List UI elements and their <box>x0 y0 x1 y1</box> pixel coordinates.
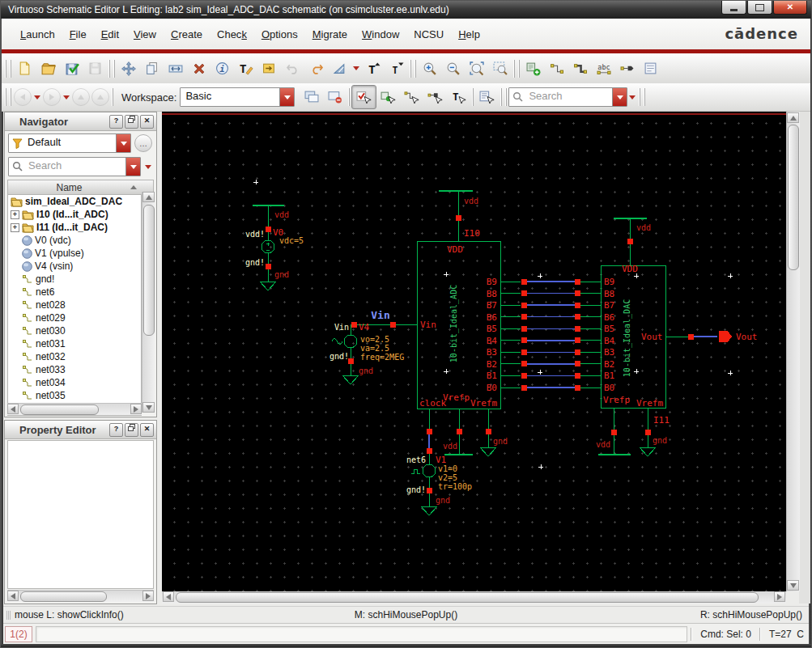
select-instance-icon[interactable] <box>376 86 400 108</box>
zoom-scale-icon[interactable] <box>328 57 351 80</box>
menu-edit[interactable]: Edit <box>94 28 126 40</box>
navigator-scroll-up[interactable] <box>142 192 155 202</box>
maximize-button[interactable] <box>747 1 772 15</box>
navigator-scroll-right[interactable] <box>130 404 142 414</box>
tree-item[interactable]: V0 (vdc) <box>8 234 141 247</box>
property-editor-hscroll-thumb[interactable] <box>20 591 107 602</box>
navigator-help-button[interactable]: ? <box>109 115 123 129</box>
navigator-scroll-down[interactable] <box>142 402 155 413</box>
create-instance-icon[interactable] <box>521 57 545 80</box>
property-editor-hscrollbar[interactable] <box>7 590 154 602</box>
forward-history-icon[interactable] <box>63 95 70 100</box>
property-editor-close-button[interactable]: ✕ <box>140 423 154 437</box>
tree-item[interactable]: net034 <box>8 376 141 389</box>
menu-migrate[interactable]: Migrate <box>305 28 355 40</box>
property-editor-scroll-right[interactable] <box>142 591 154 601</box>
navigator-float-button[interactable] <box>125 115 138 129</box>
tree-item[interactable]: +I11 (Id...it_DAC) <box>8 221 141 234</box>
forward-button[interactable] <box>43 88 61 106</box>
menu-options[interactable]: Options <box>254 28 305 40</box>
canvas-hscroll-thumb[interactable] <box>176 592 759 603</box>
instance-v4-vsin[interactable]: Vin Vin V4 vo=2.5 va=2.5 freq=2MEG gnd! … <box>329 309 417 384</box>
search-dropdown-icon[interactable] <box>612 88 627 106</box>
redo-icon[interactable] <box>304 57 328 80</box>
minimize-button[interactable] <box>721 1 746 15</box>
top-hierarchy-button[interactable] <box>91 88 109 106</box>
canvas-vscroll-thumb[interactable] <box>788 125 799 270</box>
select-mode-icon[interactable] <box>351 85 376 109</box>
edit-text-icon[interactable]: T <box>234 57 257 80</box>
navigator-vscrollbar[interactable] <box>142 192 155 413</box>
tree-item[interactable]: +I10 (Id...it_ADC) <box>8 208 141 221</box>
navigator-hscroll-thumb[interactable] <box>20 404 99 415</box>
back-history-icon[interactable] <box>34 95 40 100</box>
back-button[interactable] <box>14 88 32 106</box>
navigator-titlebar[interactable]: Navigator ? ✕ <box>5 112 156 131</box>
navigator-close-button[interactable]: ✕ <box>140 115 154 129</box>
menu-help[interactable]: Help <box>451 28 487 40</box>
property-editor-help-button[interactable]: ? <box>109 423 123 437</box>
copy-icon[interactable] <box>140 57 164 80</box>
workspace-select[interactable]: Basic <box>180 87 295 107</box>
canvas-hscrollbar[interactable] <box>162 591 786 604</box>
move-icon[interactable] <box>117 57 140 80</box>
open-icon[interactable] <box>36 57 60 80</box>
tree-item[interactable]: V1 (vpulse) <box>8 247 141 260</box>
tree-item[interactable]: net031 <box>8 337 141 350</box>
zoom-scale-dropdown-icon[interactable] <box>353 66 359 70</box>
navigator-search-options-icon[interactable] <box>145 165 151 169</box>
create-label-icon[interactable]: abc <box>592 57 615 80</box>
tree-item[interactable]: net028 <box>8 299 141 311</box>
menu-file[interactable]: File <box>62 28 94 40</box>
menu-window[interactable]: Window <box>355 28 406 40</box>
zoom-in-icon[interactable] <box>418 57 441 80</box>
create-wire-wide-icon[interactable] <box>568 57 592 80</box>
expand-icon[interactable]: + <box>11 223 19 232</box>
canvas-scroll-down[interactable] <box>787 580 799 591</box>
tree-item[interactable]: net029 <box>8 311 141 324</box>
new-cellview-icon[interactable] <box>13 57 36 80</box>
up-hierarchy-button[interactable] <box>72 88 90 106</box>
delete-icon[interactable] <box>187 57 210 80</box>
instance-i11-dac[interactable]: vdd VDD 10-bit_Ideal_DAC Vout Vrefp Vref… <box>596 218 758 456</box>
tree-item[interactable]: net6 <box>8 286 141 299</box>
menu-create[interactable]: Create <box>164 28 210 40</box>
property-editor-titlebar[interactable]: Property Editor ? ✕ <box>5 421 156 439</box>
tree-item[interactable]: V4 (vsin) <box>8 260 141 273</box>
canvas-scroll-left[interactable] <box>163 591 174 602</box>
property-editor-float-button[interactable] <box>125 423 138 437</box>
navigator-vscroll-thumb[interactable] <box>143 205 155 336</box>
search-options-icon[interactable] <box>629 95 636 100</box>
query-properties-icon[interactable] <box>475 86 499 108</box>
tree-item[interactable]: net035 <box>8 389 141 402</box>
tree-item[interactable]: net032 <box>8 350 141 363</box>
canvas-vscrollbar[interactable] <box>786 112 800 591</box>
text-size-up-icon[interactable]: T <box>361 57 385 80</box>
menu-launch[interactable]: Launch <box>13 28 62 40</box>
schematic-canvas[interactable]: vdd vdd! V0 vdc=5 gnd! gnd Vin Vin V4 vo… <box>162 112 786 591</box>
select-pin-icon[interactable] <box>423 86 447 108</box>
tree-item[interactable]: gnd! <box>8 273 141 286</box>
data-bus[interactable]: B9B9B8B8B7B7B6B6B5B5B4B4B3B3B2B2B1B1B0B0 <box>487 277 615 393</box>
tree-column-header[interactable]: Name <box>7 180 154 195</box>
zoom-to-area-icon[interactable] <box>488 57 512 80</box>
canvas-scroll-right[interactable] <box>774 591 785 602</box>
close-button[interactable]: ✕ <box>773 1 807 15</box>
hide-windows-icon[interactable] <box>323 86 346 108</box>
create-note-icon[interactable] <box>639 57 662 80</box>
expand-icon[interactable]: + <box>11 210 19 219</box>
tree-item[interactable]: net033 <box>8 363 141 376</box>
navigator-scroll-left[interactable] <box>7 404 19 414</box>
check-and-save-icon[interactable] <box>60 57 83 80</box>
filter-dropdown-icon[interactable] <box>116 134 130 152</box>
zoom-out-icon[interactable] <box>441 57 465 80</box>
workspace-dropdown-icon[interactable] <box>279 88 294 106</box>
create-wire-narrow-icon[interactable] <box>545 57 568 80</box>
toggle-toolbars-icon[interactable] <box>300 86 323 108</box>
tree-item[interactable]: sim_Ideal_ADC_DAC <box>8 195 141 208</box>
object-properties-icon[interactable]: i <box>210 57 234 80</box>
navigator-hscrollbar[interactable] <box>7 403 142 415</box>
tree-item[interactable]: net037 <box>8 415 141 416</box>
tree-item[interactable]: net030 <box>8 324 141 337</box>
instance-v1-vpulse[interactable]: net6 V1 v1=0 v2=5 tr=100p gnd! gnd <box>406 409 472 515</box>
